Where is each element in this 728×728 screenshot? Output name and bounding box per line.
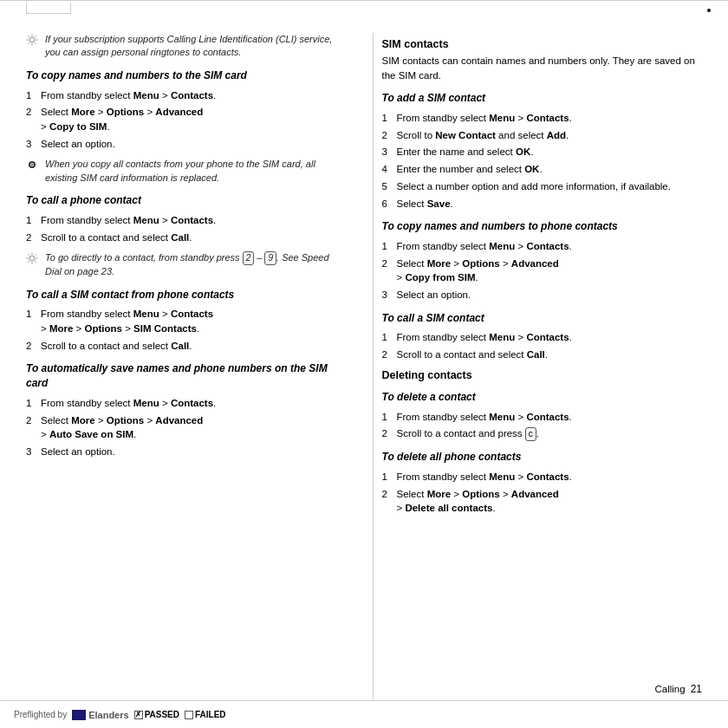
tip-sun-icon-2 [26, 252, 40, 267]
step-number: 1 [26, 396, 38, 411]
svg-line-6 [36, 43, 36, 44]
step-item: 1 From standby select Menu > Contacts. [382, 470, 703, 484]
step-text: Scroll to a contact and select Call. [41, 231, 347, 245]
delete-all-steps: 1 From standby select Menu > Contacts. 2… [382, 470, 703, 516]
step-item: 2 Select More > Options > Advanced> Auto… [26, 413, 347, 442]
step-number: 1 [26, 88, 38, 103]
svg-line-18 [36, 262, 36, 263]
svg-point-0 [29, 37, 35, 42]
tip-sun-icon [26, 34, 40, 49]
step-text: From standby select Menu > Contacts. [397, 470, 703, 484]
step-item: 3 Select an option. [382, 288, 703, 302]
step-number: 1 [26, 213, 38, 228]
step-number: 3 [382, 145, 394, 159]
delete-contact-steps: 1 From standby select Menu > Contacts. 2… [382, 410, 703, 442]
step-number: 2 [382, 257, 394, 271]
section-copy-from-sim-heading: To copy names and numbers to phone conta… [382, 219, 703, 234]
call-phone-steps: 1 From standby select Menu > Contacts. 2… [26, 213, 347, 244]
section-delete-contact-heading: To delete a contact [382, 390, 703, 405]
step-text: Select an option. [41, 445, 347, 459]
section-call-sim-heading: To call a SIM contact [382, 311, 703, 326]
step-number: 2 [382, 426, 394, 441]
tip-bullet-icon [26, 159, 40, 173]
sim-contacts-intro: SIM contacts can contain names and numbe… [382, 54, 703, 82]
step-text: From standby select Menu > Contacts. [397, 410, 703, 425]
step-number: 1 [382, 239, 394, 254]
call-sim-steps: 1 From standby select Menu > Contacts. 2… [382, 330, 703, 361]
svg-line-5 [28, 36, 29, 36]
step-number: 2 [382, 128, 394, 143]
step-number: 6 [382, 197, 394, 211]
step-item: 3 Enter the name and select OK. [382, 145, 703, 159]
step-number: 2 [26, 105, 38, 120]
step-item: 2 Scroll to a contact and press c. [382, 426, 703, 441]
step-text: Scroll to New Contact and select Add. [397, 128, 703, 143]
step-item: 1 From standby select Menu > Contacts. [382, 330, 703, 345]
step-number: 2 [26, 231, 38, 245]
step-number: 2 [382, 487, 394, 502]
right-column: SIM contacts SIM contacts can contain na… [373, 33, 703, 700]
failed-box [185, 711, 193, 719]
step-text: From standby select Menu > Contacts. [41, 396, 347, 411]
svg-line-20 [28, 262, 29, 263]
step-text: Select Save. [397, 197, 703, 211]
add-sim-steps: 1 From standby select Menu > Contacts. 2… [382, 111, 703, 211]
section-add-sim-heading: To add a SIM contact [382, 91, 703, 106]
step-number: 1 [382, 470, 394, 484]
preflighted-label: Preflighted by [14, 710, 67, 719]
step-item: 1 From standby select Menu > Contacts. [382, 410, 703, 425]
section-delete-all-heading: To delete all phone contacts [382, 450, 703, 465]
step-number: 3 [26, 445, 38, 459]
step-number: 1 [382, 111, 394, 126]
step-text: From standby select Menu > Contacts. [397, 330, 703, 345]
svg-point-11 [31, 164, 33, 166]
step-item: 2 Scroll to a contact and select Call. [26, 339, 347, 354]
failed-label: FAILED [195, 710, 226, 719]
step-item: 5 Select a number option and add more in… [382, 179, 703, 194]
footer-preflighted: Preflighted by Elanders ✗ PASSED FAILED [14, 710, 226, 720]
step-number: 3 [26, 137, 38, 152]
section-auto-save-heading: To automatically save names and phone nu… [26, 361, 347, 391]
copy-from-sim-steps: 1 From standby select Menu > Contacts. 2… [382, 239, 703, 302]
auto-save-steps: 1 From standby select Menu > Contacts. 2… [26, 396, 347, 459]
section-copy-to-sim-heading: To copy names and numbers to the SIM car… [26, 68, 347, 83]
svg-line-19 [36, 254, 36, 255]
step-number: 1 [382, 410, 394, 425]
tip-3: To go directly to a contact, from standb… [26, 251, 347, 278]
step-text: Scroll to a contact and select Call. [397, 348, 703, 362]
top-border [0, 0, 728, 16]
left-column: If your subscription supports Calling Li… [26, 33, 355, 700]
step-text: From standby select Menu > Contacts. [41, 88, 347, 103]
step-text: Select a number option and add more info… [397, 179, 703, 194]
step-text: Select More > Options > Advanced> Copy f… [397, 257, 703, 285]
page-category-label: Calling [654, 684, 685, 694]
tip-1: If your subscription supports Calling Li… [26, 33, 347, 60]
step-text: Select More > Options > Advanced> Auto S… [41, 413, 347, 442]
step-text: Enter the number and select OK. [397, 162, 703, 177]
passed-box: ✗ [134, 711, 143, 719]
step-number: 2 [26, 413, 38, 428]
step-number: 2 [382, 348, 394, 362]
step-item: 1 From standby select Menu > Contacts. [26, 213, 347, 228]
page-number-value: 21 [691, 683, 702, 695]
step-item: 1 From standby select Menu > Contacts> M… [26, 307, 347, 335]
corner-dot [707, 9, 711, 12]
elanders-name: Elanders [88, 710, 128, 720]
step-item: 6 Select Save. [382, 197, 703, 211]
step-text: From standby select Menu > Contacts> Mor… [41, 307, 347, 335]
svg-line-7 [36, 36, 36, 36]
step-text: From standby select Menu > Contacts. [397, 239, 703, 254]
step-number: 4 [382, 162, 394, 177]
svg-point-12 [29, 256, 35, 261]
step-text: Enter the name and select OK. [397, 145, 703, 159]
step-item: 4 Enter the number and select OK. [382, 162, 703, 177]
svg-line-8 [28, 43, 29, 44]
copy-to-sim-steps: 1 From standby select Menu > Contacts. 2… [26, 88, 347, 152]
step-number: 3 [382, 288, 394, 302]
page-number-area: Calling 21 [654, 683, 702, 695]
step-item: 2 Select More > Options > Advanced> Copy… [26, 105, 347, 133]
section-call-phone-heading: To call a phone contact [26, 193, 347, 208]
step-text: Scroll to a contact and select Call. [41, 339, 347, 354]
page-container: If your subscription supports Calling Li… [0, 0, 728, 728]
step-number: 5 [382, 179, 394, 194]
